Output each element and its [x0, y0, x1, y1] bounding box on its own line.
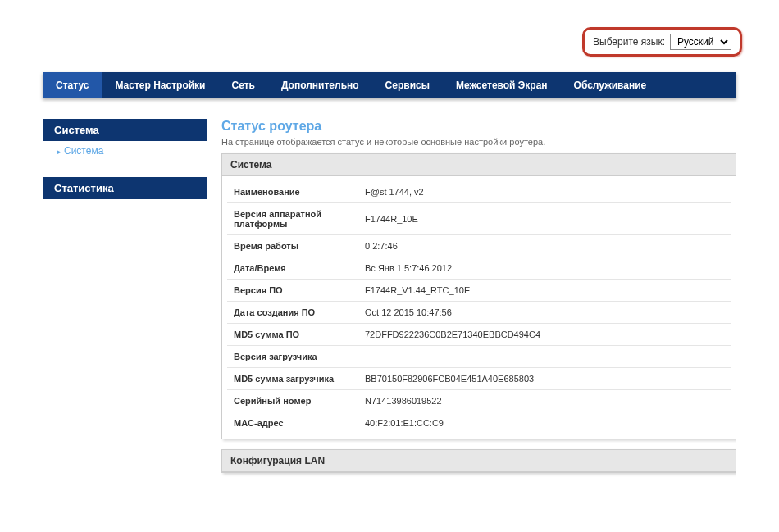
nav-wizard[interactable]: Мастер Настройки: [102, 72, 218, 98]
row-label: Версия загрузчика: [227, 346, 358, 368]
table-row: Серийный номерN71413986019522: [227, 390, 731, 412]
row-value: [358, 346, 731, 368]
page-description: На странице отображается статус и некото…: [221, 137, 736, 147]
row-label: Дата/Время: [227, 257, 358, 280]
sidebar-group-system[interactable]: Система: [43, 119, 207, 141]
page-title: Статус роутера: [221, 119, 736, 134]
row-label: Дата создания ПО: [227, 302, 358, 324]
row-label: MD5 сумма загрузчика: [227, 368, 358, 390]
table-row: Дата создания ПОOct 12 2015 10:47:56: [227, 302, 731, 324]
table-row: НаименованиеF@st 1744, v2: [227, 181, 731, 203]
row-label: Серийный номер: [227, 390, 358, 412]
row-value: 0 2:7:46: [358, 235, 731, 257]
row-label: MAC-адрес: [227, 412, 358, 434]
row-value: Вс Янв 1 5:7:46 2012: [358, 257, 731, 280]
nav-advanced[interactable]: Дополнительно: [268, 72, 372, 98]
row-label: Версия аппаратной платформы: [227, 203, 358, 235]
section-lan: Конфигурация LAN: [221, 449, 736, 473]
table-row: Время работы0 2:7:46: [227, 235, 731, 257]
sidebar: Система Система Статистика: [43, 119, 207, 501]
table-row: Дата/ВремяВс Янв 1 5:7:46 2012: [227, 257, 731, 280]
main-content: Статус роутера На странице отображается …: [221, 119, 736, 501]
row-value: N71413986019522: [358, 390, 731, 412]
row-label: Время работы: [227, 235, 358, 257]
table-row: Версия загрузчика: [227, 346, 731, 368]
top-nav: Статус Мастер Настройки Сеть Дополнитель…: [43, 72, 736, 98]
table-row: Версия ПОF1744R_V1.44_RTC_10E: [227, 280, 731, 302]
language-label: Выберите язык:: [593, 36, 665, 48]
language-select[interactable]: Русский: [670, 34, 731, 50]
nav-maintenance[interactable]: Обслуживание: [561, 72, 660, 98]
section-system-heading: Система: [222, 154, 736, 176]
table-row: MD5 сумма загрузчикаBB70150F82906FCB04E4…: [227, 368, 731, 390]
table-row: MAC-адрес40:F2:01:E1:CC:C9: [227, 412, 731, 434]
section-system: Система НаименованиеF@st 1744, v2 Версия…: [221, 153, 736, 439]
table-row: MD5 сумма ПО72DFFD922236C0B2E71340EBBCD4…: [227, 324, 731, 346]
language-selector: Выберите язык: Русский: [582, 27, 742, 57]
sidebar-link-system[interactable]: Система: [43, 141, 207, 161]
row-value: 40:F2:01:E1:CC:C9: [358, 412, 731, 434]
row-label: MD5 сумма ПО: [227, 324, 358, 346]
sidebar-group-stats[interactable]: Статистика: [43, 177, 207, 199]
row-value: Oct 12 2015 10:47:56: [358, 302, 731, 324]
nav-status[interactable]: Статус: [43, 72, 102, 98]
system-table: НаименованиеF@st 1744, v2 Версия аппарат…: [227, 181, 731, 434]
nav-services[interactable]: Сервисы: [372, 72, 443, 98]
row-value: BB70150F82906FCB04E451A40E685803: [358, 368, 731, 390]
row-value: 72DFFD922236C0B2E71340EBBCD494C4: [358, 324, 731, 346]
row-value: F1744R_10E: [358, 203, 731, 235]
row-label: Наименование: [227, 181, 358, 203]
row-value: F@st 1744, v2: [358, 181, 731, 203]
section-lan-heading: Конфигурация LAN: [222, 450, 736, 472]
nav-network[interactable]: Сеть: [218, 72, 267, 98]
nav-firewall[interactable]: Межсетевой Экран: [443, 72, 561, 98]
row-label: Версия ПО: [227, 280, 358, 302]
table-row: Версия аппаратной платформыF1744R_10E: [227, 203, 731, 235]
row-value: F1744R_V1.44_RTC_10E: [358, 280, 731, 302]
